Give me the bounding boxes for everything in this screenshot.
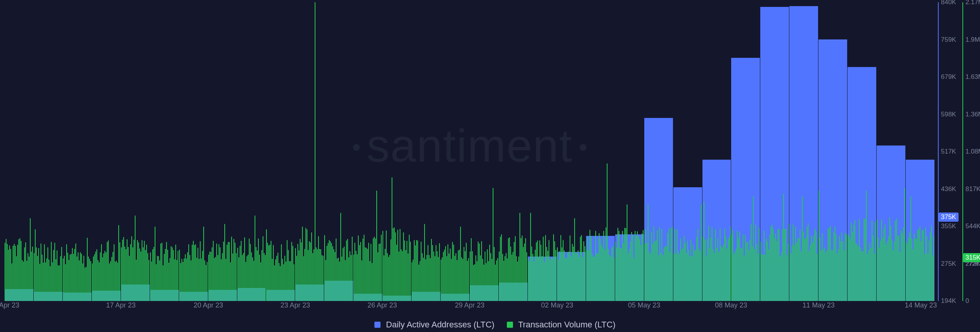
tv-subbars	[121, 2, 150, 301]
tv-subbars	[906, 2, 935, 301]
day-group	[818, 2, 848, 301]
day-group	[295, 2, 324, 301]
day-group	[470, 2, 499, 301]
x-tick: 05 May 23	[628, 301, 660, 309]
chart-area: santiment 13 Apr 2317 Apr 2320 Apr 2323 …	[5, 2, 935, 309]
day-group	[237, 2, 266, 301]
day-group	[412, 2, 441, 301]
y-current-badge: 375K	[939, 213, 959, 222]
tv-subbars	[499, 2, 528, 301]
tv-subbars	[731, 2, 760, 301]
day-group	[63, 2, 92, 301]
day-group	[266, 2, 295, 301]
y-tick: 817K	[965, 185, 980, 193]
y-tick: 1.63M	[965, 73, 980, 81]
day-group	[906, 2, 935, 301]
day-group	[208, 2, 237, 301]
day-group	[179, 2, 208, 301]
x-tick: 20 Apr 23	[194, 301, 223, 309]
tv-subbars	[266, 2, 295, 301]
y-tick: 759K	[941, 36, 956, 44]
y-tick: 436K	[941, 185, 956, 193]
x-tick: 29 Apr 23	[455, 301, 484, 309]
day-group	[5, 2, 34, 301]
tv-subbars	[150, 2, 179, 301]
day-group	[789, 2, 818, 301]
x-tick: 08 May 23	[715, 301, 747, 309]
day-group	[702, 2, 732, 301]
day-group	[92, 2, 121, 301]
legend-label-tv[interactable]: Transaction Volume (LTC)	[518, 320, 615, 329]
legend-swatch-daa	[374, 322, 381, 328]
tv-subbars	[702, 2, 732, 301]
x-tick: 02 May 23	[541, 301, 573, 309]
tv-subbars	[441, 2, 470, 301]
day-group	[150, 2, 179, 301]
day-group	[877, 2, 906, 301]
y1-axis-line	[938, 2, 939, 301]
day-group	[499, 2, 528, 301]
day-group	[586, 2, 615, 301]
y-tick: 517K	[941, 148, 956, 155]
day-group	[324, 2, 353, 301]
day-group	[760, 2, 789, 301]
day-group	[34, 2, 63, 301]
tv-subbars	[324, 2, 353, 301]
day-group	[441, 2, 470, 301]
y-tick: 194K	[941, 297, 956, 305]
day-group	[121, 2, 150, 301]
bars-container	[5, 2, 935, 301]
y-tick: 1.08M	[965, 148, 980, 155]
tv-subbars	[615, 2, 644, 301]
day-group	[382, 2, 412, 301]
y-tick: 0	[965, 297, 969, 305]
y-tick: 1.36M	[965, 111, 980, 118]
legend-label-daa[interactable]: Daily Active Addresses (LTC)	[386, 320, 494, 329]
y-tick: 679K	[941, 73, 956, 81]
day-group	[848, 2, 877, 301]
tv-subbars	[412, 2, 441, 301]
tv-subbars	[208, 2, 237, 301]
tv-subbars	[295, 2, 324, 301]
x-tick: 17 Apr 23	[106, 301, 136, 309]
y-tick: 355K	[941, 222, 956, 230]
tv-subbars	[586, 2, 615, 301]
day-group	[644, 2, 673, 301]
tv-subbars	[528, 2, 557, 301]
day-group	[353, 2, 382, 301]
tv-subbars	[63, 2, 92, 301]
x-tick: 26 Apr 23	[368, 301, 397, 309]
x-tick: 23 Apr 23	[281, 301, 310, 309]
day-group	[528, 2, 557, 301]
tv-subbars	[557, 2, 586, 301]
tv-subbars	[92, 2, 121, 301]
day-group	[615, 2, 644, 301]
tv-subbars	[644, 2, 673, 301]
legend-swatch-tv	[507, 322, 513, 328]
tv-subbars	[5, 2, 34, 301]
plot-region[interactable]: santiment	[5, 2, 935, 301]
y-tick: 2.17M	[965, 0, 980, 6]
tv-subbars	[382, 2, 412, 301]
y-tick: 275K	[941, 260, 956, 268]
x-tick: 11 May 23	[802, 301, 835, 309]
day-group	[557, 2, 586, 301]
tv-subbars	[848, 2, 877, 301]
tv-subbars	[237, 2, 266, 301]
y-tick: 272K	[965, 260, 979, 267]
tv-subbars	[818, 2, 848, 301]
y-tick: 544K	[965, 222, 980, 230]
x-tick: 13 Apr 23	[0, 301, 20, 309]
y-tick: 840K	[941, 0, 956, 6]
y-tick: 1.9M	[965, 36, 980, 44]
tv-subbars	[179, 2, 208, 301]
x-axis: 13 Apr 2317 Apr 2320 Apr 2323 Apr 2326 A…	[5, 300, 935, 309]
tv-subbars	[877, 2, 906, 301]
tv-subbars	[34, 2, 63, 301]
tv-subbars	[760, 2, 789, 301]
tv-subbars	[673, 2, 702, 301]
y-tick: 598K	[941, 111, 956, 118]
day-group	[731, 2, 760, 301]
tv-subbars	[470, 2, 499, 301]
tv-subbars	[353, 2, 382, 301]
